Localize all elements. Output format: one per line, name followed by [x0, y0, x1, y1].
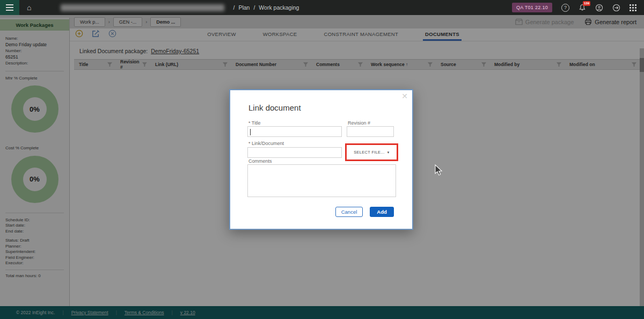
add-button[interactable]: Add: [370, 207, 394, 217]
comments-textarea[interactable]: [247, 164, 396, 197]
app-window: ⌂ / Plan / Work packaging QA T01 22.10 ?…: [0, 0, 644, 319]
title-input[interactable]: [247, 126, 342, 137]
breadcrumb-plan[interactable]: Plan: [238, 4, 250, 11]
help-icon[interactable]: ?: [561, 4, 569, 12]
apps-grid-icon[interactable]: [630, 4, 636, 11]
cancel-button[interactable]: Cancel: [335, 207, 363, 217]
hamburger-menu-icon[interactable]: [0, 0, 19, 15]
link-document-field-label: * Link/Document: [248, 141, 284, 146]
close-icon[interactable]: ✕: [401, 92, 408, 100]
breadcrumb-separator: /: [253, 4, 255, 11]
title-field-label: * Title: [248, 120, 261, 126]
revision-field-label: Revision #: [348, 120, 370, 126]
comments-field-label: Comments: [248, 158, 272, 164]
notification-count-badge: 139: [583, 1, 590, 6]
sign-out-icon[interactable]: [612, 4, 620, 12]
link-document-input[interactable]: [247, 147, 342, 158]
mouse-cursor: [435, 164, 444, 176]
breadcrumb-separator: /: [233, 4, 235, 11]
notifications-bell-icon[interactable]: 139: [579, 4, 586, 11]
revision-input[interactable]: [347, 126, 394, 137]
top-nav-bar: ⌂ / Plan / Work packaging QA T01 22.10 ?…: [0, 0, 644, 15]
select-file-highlight-annotation: [345, 143, 398, 161]
account-icon[interactable]: [595, 4, 603, 12]
project-name-redacted: [61, 4, 224, 11]
environment-badge: QA T01 22.10: [512, 3, 552, 12]
breadcrumb: / Plan / Work packaging: [233, 4, 299, 11]
topbar-actions: QA T01 22.10 ? 139: [512, 3, 644, 12]
home-icon[interactable]: ⌂: [27, 4, 31, 11]
modal-title: Link document: [248, 103, 301, 112]
breadcrumb-current: Work packaging: [259, 4, 299, 11]
text-cursor: [250, 129, 251, 135]
